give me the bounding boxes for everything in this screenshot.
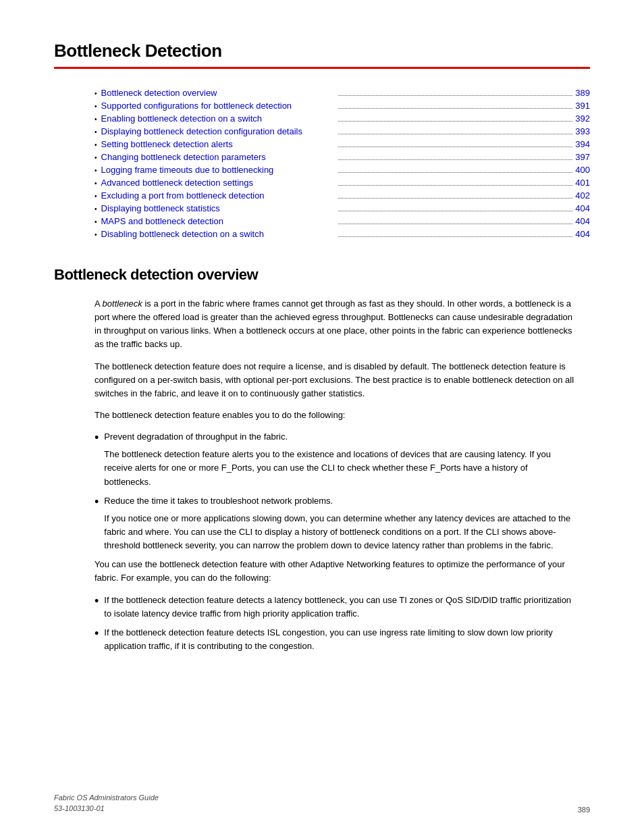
toc-dots <box>338 185 572 186</box>
toc-page-number: 394 <box>575 139 590 149</box>
toc-dots <box>338 224 572 224</box>
list-item: •If the bottleneck detection feature det… <box>95 626 576 653</box>
toc-item: •Changing bottleneck detection parameter… <box>95 152 590 162</box>
toc-link-text[interactable]: Displaying bottleneck detection configur… <box>101 126 336 136</box>
toc-item: •Setting bottleneck detection alerts394 <box>95 139 590 149</box>
toc-bullet-icon: • <box>95 128 97 136</box>
toc-page-number: 401 <box>575 178 590 188</box>
toc-bullet-icon: • <box>95 115 97 123</box>
footer-doc-number: 53-1003130-01 <box>54 804 159 814</box>
toc-bullet-icon: • <box>95 103 97 110</box>
toc-bullet-icon: • <box>95 90 97 97</box>
list-item-text: If the bottleneck detection feature dete… <box>104 594 576 621</box>
paragraph-p2: The bottleneck detection feature does no… <box>95 360 576 400</box>
toc-link-text[interactable]: Displaying bottleneck statistics <box>101 203 336 213</box>
toc-link-text[interactable]: Excluding a port from bottleneck detecti… <box>101 190 336 201</box>
list-bullet-icon: • <box>95 494 99 510</box>
paragraph-p1: A bottleneck is a port in the fabric whe… <box>95 297 576 352</box>
toc-link-text[interactable]: MAPS and bottleneck detection <box>101 216 336 226</box>
list-item-text: Reduce the time it takes to troubleshoot… <box>104 494 576 553</box>
toc-dots <box>338 134 572 134</box>
content-area: A bottleneck is a port in the fabric whe… <box>95 297 576 653</box>
red-rule-divider <box>54 67 590 69</box>
toc-item: •Logging frame timeouts due to bottlenec… <box>95 165 590 175</box>
paragraph-p3: The bottleneck detection feature enables… <box>95 409 576 422</box>
toc-dots <box>338 95 572 96</box>
toc-item: •Enabling bottleneck detection on a swit… <box>95 113 590 124</box>
toc-item: •Excluding a port from bottleneck detect… <box>95 190 590 201</box>
toc-page-number: 391 <box>575 101 590 111</box>
toc-page-number: 404 <box>575 203 590 213</box>
toc-section: •Bottleneck detection overview389•Suppor… <box>95 88 590 239</box>
list-item-text: If the bottleneck detection feature dete… <box>104 626 576 653</box>
toc-page-number: 397 <box>575 152 590 162</box>
toc-item: •Disabling bottleneck detection on a swi… <box>95 229 590 239</box>
toc-bullet-icon: • <box>95 180 97 187</box>
toc-bullet-icon: • <box>95 141 97 149</box>
toc-dots <box>338 108 572 109</box>
toc-dots <box>338 236 572 237</box>
toc-bullet-icon: • <box>95 231 97 238</box>
bullet-list-2: •If the bottleneck detection feature det… <box>95 594 576 654</box>
footer-left: Fabric OS Administrators Guide 53-100313… <box>54 793 159 814</box>
list-bullet-icon: • <box>95 626 99 642</box>
toc-link-text[interactable]: Advanced bottleneck detection settings <box>101 178 336 188</box>
toc-item: •MAPS and bottleneck detection404 <box>95 216 590 226</box>
toc-link-text[interactable]: Logging frame timeouts due to bottleneck… <box>101 165 336 175</box>
toc-item: •Displaying bottleneck detection configu… <box>95 126 590 136</box>
toc-link-text[interactable]: Enabling bottleneck detection on a switc… <box>101 113 336 124</box>
footer-guide-name: Fabric OS Administrators Guide <box>54 793 159 803</box>
toc-page-number: 404 <box>575 216 590 226</box>
toc-bullet-icon: • <box>95 192 97 200</box>
toc-item: •Bottleneck detection overview389 <box>95 88 590 98</box>
page-container: Bottleneck Detection •Bottleneck detecti… <box>0 0 644 699</box>
toc-page-number: 389 <box>575 88 590 98</box>
toc-page-number: 393 <box>575 126 590 136</box>
toc-dots <box>338 147 572 147</box>
toc-item: •Displaying bottleneck statistics404 <box>95 203 590 213</box>
list-item: •If the bottleneck detection feature det… <box>95 594 576 621</box>
list-item: •Prevent degradation of throughput in th… <box>95 430 576 489</box>
footer-page-number: 389 <box>578 806 590 814</box>
paragraph-p4: You can use the bottleneck detection fea… <box>95 558 576 585</box>
toc-page-number: 402 <box>575 190 590 201</box>
toc-link-text[interactable]: Disabling bottleneck detection on a swit… <box>101 229 336 239</box>
list-item-main: Prevent degradation of throughput in the… <box>104 430 576 444</box>
list-item-sub: If you notice one or more applications s… <box>104 512 576 552</box>
list-item-text: Prevent degradation of throughput in the… <box>104 430 576 489</box>
toc-link-text[interactable]: Supported configurations for bottleneck … <box>101 101 336 111</box>
toc-item: •Supported configurations for bottleneck… <box>95 101 590 111</box>
toc-dots <box>338 121 572 122</box>
toc-dots <box>338 172 572 173</box>
toc-page-number: 392 <box>575 113 590 124</box>
toc-bullet-icon: • <box>95 205 97 213</box>
list-item: •Reduce the time it takes to troubleshoo… <box>95 494 576 553</box>
toc-dots <box>338 159 572 160</box>
list-item-main: Reduce the time it takes to troubleshoot… <box>104 494 576 508</box>
bullet-list-1: •Prevent degradation of throughput in th… <box>95 430 576 552</box>
toc-item: •Advanced bottleneck detection settings4… <box>95 178 590 188</box>
toc-bullet-icon: • <box>95 167 97 174</box>
toc-page-number: 404 <box>575 229 590 239</box>
chapter-title: Bottleneck Detection <box>54 41 590 61</box>
section-title: Bottleneck detection overview <box>54 266 590 284</box>
toc-bullet-icon: • <box>95 154 97 161</box>
list-item-sub: The bottleneck detection feature alerts … <box>104 448 576 488</box>
toc-bullet-icon: • <box>95 218 97 226</box>
page-footer: Fabric OS Administrators Guide 53-100313… <box>54 793 590 814</box>
list-bullet-icon: • <box>95 594 99 609</box>
toc-dots <box>338 198 572 199</box>
toc-dots <box>338 211 572 211</box>
toc-link-text[interactable]: Setting bottleneck detection alerts <box>101 139 336 149</box>
toc-link-text[interactable]: Bottleneck detection overview <box>101 88 336 98</box>
toc-page-number: 400 <box>575 165 590 175</box>
list-bullet-icon: • <box>95 430 99 446</box>
toc-link-text[interactable]: Changing bottleneck detection parameters <box>101 152 336 162</box>
